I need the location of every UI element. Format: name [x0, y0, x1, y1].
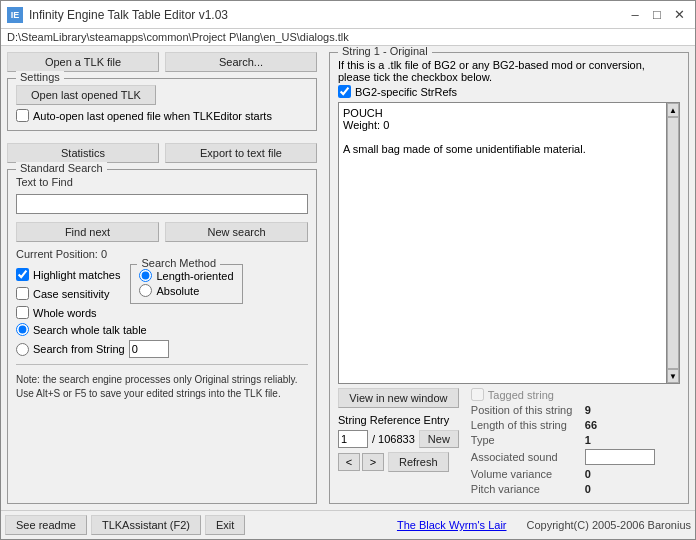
volume-value: 0	[585, 468, 591, 480]
search-method-box: Search Method Length-oriented Absolute	[130, 264, 242, 304]
scroll-up-arrow[interactable]: ▲	[667, 103, 679, 117]
minimize-button[interactable]: –	[625, 5, 645, 25]
open-last-button[interactable]: Open last opened TLK	[16, 85, 156, 105]
footer-info: The Black Wyrm's Lair Copyright(C) 2005-…	[397, 519, 691, 531]
string-ref-input[interactable]	[338, 430, 368, 448]
find-next-button[interactable]: Find next	[16, 222, 159, 242]
footer-copyright: Copyright(C) 2005-2006 Baronius	[527, 519, 691, 531]
bottom-controls: View in new window String Reference Entr…	[338, 388, 680, 495]
volume-row: Volume variance 0	[471, 468, 655, 480]
auto-open-row: Auto-open last opened file when TLKEdito…	[16, 109, 308, 122]
highlight-label: Highlight matches	[33, 269, 120, 281]
search-whole-label: Search whole talk table	[33, 324, 147, 336]
auto-open-checkbox[interactable]	[16, 109, 29, 122]
highlight-checkbox[interactable]	[16, 268, 29, 281]
bg2-checkbox-row: BG2-specific StrRefs	[338, 85, 680, 98]
tagged-col: Tagged string Position of this string 9 …	[471, 388, 655, 495]
search-button[interactable]: Search...	[165, 52, 317, 72]
case-checkbox[interactable]	[16, 287, 29, 300]
open-tlk-button[interactable]: Open a TLK file	[7, 52, 159, 72]
assoc-sound-row: Associated sound	[471, 449, 655, 465]
text-line2: Weight: 0	[343, 119, 662, 131]
current-pos-label: Current Position:	[16, 248, 98, 260]
ref-entry-row: / 106833 New	[338, 430, 459, 448]
pitch-label: Pitch variance	[471, 483, 581, 495]
note-text: Note: the search engine processes only O…	[16, 373, 308, 401]
absolute-radio[interactable]	[139, 284, 152, 297]
bg2-notice2: please tick the checkbox below.	[338, 71, 680, 83]
tagged-row: Tagged string	[471, 388, 655, 401]
nav-buttons: < >	[338, 453, 384, 471]
search-from-label: Search from String	[33, 343, 125, 355]
prev-button[interactable]: <	[338, 453, 360, 471]
auto-open-label: Auto-open last opened file when TLKEdito…	[33, 110, 272, 122]
note-line2: Use Alt+S or F5 to save your edited stri…	[16, 387, 308, 401]
nav-refresh-row: < > Refresh	[338, 452, 459, 472]
string-ref-label: String Reference Entry	[338, 414, 459, 426]
main-window: IE Infinity Engine Talk Table Editor v1.…	[0, 0, 696, 540]
options-row: Highlight matches Case sensitivity Whole…	[16, 264, 308, 319]
footer: See readme TLKAssistant (F2) Exit The Bl…	[1, 510, 695, 539]
left-panel: Open a TLK file Search... Settings Open …	[1, 46, 323, 510]
standard-search-group: Standard Search Text to Find Find next N…	[7, 169, 317, 504]
whole-words-checkbox[interactable]	[16, 306, 29, 319]
length-oriented-label: Length-oriented	[156, 270, 233, 282]
refresh-button[interactable]: Refresh	[388, 452, 449, 472]
new-string-button[interactable]: New	[419, 430, 459, 448]
note-line1: Note: the search engine processes only O…	[16, 373, 308, 387]
tlkassistant-button[interactable]: TLKAssistant (F2)	[91, 515, 201, 535]
search-from-input[interactable]	[129, 340, 169, 358]
search-group-label: Standard Search	[16, 162, 107, 174]
statistics-button[interactable]: Statistics	[7, 143, 159, 163]
case-label: Case sensitivity	[33, 288, 109, 300]
export-button[interactable]: Export to text file	[165, 143, 317, 163]
scroll-thumb[interactable]	[667, 117, 679, 369]
maximize-button[interactable]: □	[647, 5, 667, 25]
window-title: Infinity Engine Talk Table Editor v1.03	[29, 8, 625, 22]
bg2-checkbox[interactable]	[338, 85, 351, 98]
search-whole-radio[interactable]	[16, 323, 29, 336]
view-btn-col: View in new window String Reference Entr…	[338, 388, 459, 472]
length-row: Length of this string 66	[471, 419, 655, 431]
tagged-checkbox	[471, 388, 484, 401]
length-label: Length of this string	[471, 419, 581, 431]
search-from-radio[interactable]	[16, 343, 29, 356]
case-row: Case sensitivity	[16, 287, 120, 300]
vscrollbar[interactable]: ▲ ▼	[666, 102, 680, 384]
string-ref-max: / 106833	[372, 433, 415, 445]
assoc-sound-input[interactable]	[585, 449, 655, 465]
string-group: String 1 - Original If this is a .tlk fi…	[329, 52, 689, 504]
pitch-value: 0	[585, 483, 591, 495]
top-buttons: Open a TLK file Search...	[7, 52, 317, 72]
see-readme-button[interactable]: See readme	[5, 515, 87, 535]
checkboxes-col: Highlight matches Case sensitivity Whole…	[16, 264, 120, 319]
search-whole-row: Search whole talk table	[16, 323, 308, 336]
type-value: 1	[585, 434, 591, 446]
footer-link[interactable]: The Black Wyrm's Lair	[397, 519, 507, 531]
length-oriented-radio[interactable]	[139, 269, 152, 282]
tagged-label: Tagged string	[488, 389, 554, 401]
find-row: Find next New search	[16, 222, 308, 242]
window-controls: – □ ✕	[625, 5, 689, 25]
whole-words-row: Whole words	[16, 306, 120, 319]
position-label: Position of this string	[471, 404, 581, 416]
bg2-checkbox-label: BG2-specific StrRefs	[355, 86, 457, 98]
bg2-notice-row: If this is a .tlk file of BG2 or any BG2…	[338, 59, 680, 98]
exit-button[interactable]: Exit	[205, 515, 245, 535]
length-oriented-row: Length-oriented	[139, 269, 233, 282]
title-bar: IE Infinity Engine Talk Table Editor v1.…	[1, 1, 695, 29]
assoc-sound-label: Associated sound	[471, 451, 581, 463]
path-bar: D:\SteamLibrary\steamapps\common\Project…	[1, 29, 695, 46]
scroll-down-arrow[interactable]: ▼	[667, 369, 679, 383]
text-content: POUCH Weight: 0 A small bag made of some…	[338, 102, 666, 384]
search-from-row: Search from String	[16, 340, 308, 358]
whole-words-label: Whole words	[33, 307, 97, 319]
next-button[interactable]: >	[362, 453, 384, 471]
content-area: Open a TLK file Search... Settings Open …	[1, 46, 695, 510]
text-line4: A small bag made of some unidentifiable …	[343, 143, 662, 155]
close-button[interactable]: ✕	[669, 5, 689, 25]
view-new-window-button[interactable]: View in new window	[338, 388, 459, 408]
new-search-button[interactable]: New search	[165, 222, 308, 242]
search-input[interactable]	[16, 194, 308, 214]
string-group-label: String 1 - Original	[338, 46, 432, 57]
